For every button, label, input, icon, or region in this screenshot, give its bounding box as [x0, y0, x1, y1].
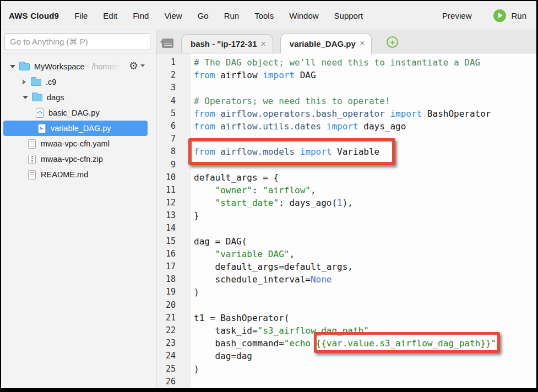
- file-tree: MyWorkspace- /home/e⚙.c9dagsbasic_DAG.py…: [1, 53, 156, 182]
- line-number: 1: [156, 56, 191, 69]
- goto-anything-area: [1, 30, 156, 53]
- cloud9-ide: AWS Cloud9 FileEditFindViewGoRunToolsWin…: [1, 1, 536, 388]
- tab-bash-ip-172-31[interactable]: bash - "ip-172-31×: [181, 34, 273, 53]
- tree-item-label: basic_DAG.py: [48, 108, 100, 117]
- code-text: dag=dag: [191, 350, 252, 362]
- tab-bar: bash - "ip-172-31×variable_DAG.py× +: [156, 30, 536, 53]
- tab-list-icon[interactable]: [162, 39, 173, 48]
- code-line-10: 10default_args = {: [156, 171, 536, 184]
- folder-icon: [19, 63, 30, 70]
- line-number: 26: [156, 375, 191, 388]
- code-line-14: 14: [156, 222, 536, 235]
- expand-caret-icon[interactable]: [10, 65, 15, 68]
- code-line-4: 4# Operators; we need this to operate!: [156, 95, 536, 107]
- line-number: 8: [156, 145, 191, 158]
- tree-item-label: MyWorkspace: [34, 62, 85, 71]
- tree-item-mwaa-vpc-cfn.zip[interactable]: mwaa-vpc-cfn.zip: [1, 151, 156, 167]
- code-line-12: 12 "start_date": days_ago(1),: [156, 197, 536, 209]
- code-text: }: [191, 209, 199, 222]
- code-text: task_id="s3_airflow_dag_path": [191, 324, 369, 337]
- menu-run[interactable]: Run: [224, 11, 240, 20]
- tab-close-icon[interactable]: ×: [260, 39, 265, 49]
- tree-item-label: .c9: [46, 78, 56, 86]
- code-text: default_args=default_args,: [191, 260, 353, 273]
- line-number: 10: [156, 171, 191, 184]
- tree-item-label: dags: [47, 93, 64, 102]
- menu-bar: AWS Cloud9 FileEditFindViewGoRunToolsWin…: [1, 1, 536, 30]
- code-line-1: 1# The DAG object; we'll need this to in…: [156, 56, 536, 69]
- code-text: "owner": "airflow",: [191, 184, 316, 197]
- menu-window[interactable]: Window: [289, 11, 318, 20]
- line-number: 6: [156, 120, 191, 133]
- line-number: 2: [156, 69, 191, 81]
- code-line-17: 17 default_args=default_args,: [156, 260, 536, 273]
- line-number: 22: [156, 324, 191, 337]
- tab-label: variable_DAG.py: [290, 39, 356, 48]
- code-text: t1 = BashOperator(: [191, 312, 289, 324]
- code-text: from airflow.models import Variable: [191, 145, 379, 158]
- code-text: bash_command="echo {{var.value.s3_airflo…: [191, 337, 502, 350]
- line-number: 9: [156, 159, 191, 171]
- line-number: 19: [156, 286, 191, 298]
- tree-item-path: - /home/e: [87, 62, 121, 71]
- menu-edit[interactable]: Edit: [103, 11, 117, 20]
- app-logo: AWS Cloud9: [9, 11, 59, 20]
- code-line-26: 26: [156, 375, 536, 388]
- new-tab-button[interactable]: +: [387, 36, 398, 48]
- tree-item-.c9[interactable]: .c9: [1, 74, 156, 90]
- code-file-icon: [36, 108, 44, 118]
- tab-close-icon[interactable]: ×: [360, 39, 365, 48]
- code-line-21: 21t1 = BashOperator(: [156, 312, 536, 324]
- tree-item-variable_dag.py[interactable]: variable_DAG.py: [3, 121, 148, 136]
- menu-items: FileEditFindViewGoRunToolsWindowSupport: [74, 11, 378, 20]
- file-tree-panel: MyWorkspace- /home/e⚙.c9dagsbasic_DAG.py…: [1, 30, 156, 388]
- line-number: 15: [156, 235, 191, 248]
- code-line-9: 9: [156, 159, 536, 171]
- code-lines: 1# The DAG object; we'll need this to in…: [156, 53, 536, 388]
- collapse-caret-icon[interactable]: [23, 79, 26, 85]
- tree-item-dags[interactable]: dags: [1, 90, 156, 105]
- tree-item-label: README.md: [41, 170, 88, 179]
- line-number: 23: [156, 337, 191, 350]
- code-line-7: 7: [156, 133, 536, 145]
- settings-menu-button[interactable]: ⚙: [129, 61, 145, 71]
- menu-find[interactable]: Find: [133, 11, 149, 20]
- code-text: schedule_interval=None: [191, 273, 332, 286]
- code-text: ): [191, 286, 199, 298]
- menu-tools[interactable]: Tools: [254, 11, 274, 20]
- code-line-11: 11 "owner": "airflow",: [156, 184, 536, 197]
- gear-icon: ⚙: [129, 61, 138, 71]
- run-button-label: Run: [511, 11, 526, 20]
- menu-go[interactable]: Go: [198, 11, 209, 20]
- menu-view[interactable]: View: [164, 11, 182, 20]
- tree-item-basic_dag.py[interactable]: basic_DAG.py: [1, 105, 156, 121]
- tree-item-mwaa-vpc-cfn.yaml[interactable]: mwaa-vpc-cfn.yaml: [1, 136, 156, 151]
- run-button[interactable]: Run: [493, 9, 526, 22]
- expand-caret-icon[interactable]: [23, 96, 28, 99]
- code-line-24: 24 dag=dag: [156, 350, 536, 362]
- code-line-20: 20: [156, 299, 536, 312]
- code-line-5: 5from airflow.operators.bash_operator im…: [156, 107, 536, 120]
- code-file-icon: [38, 124, 46, 133]
- menu-file[interactable]: File: [74, 11, 88, 20]
- tree-item-readme.md[interactable]: README.md: [1, 167, 156, 182]
- code-text: # Operators; we need this to operate!: [191, 95, 390, 107]
- code-line-23: 23 bash_command="echo {{var.value.s3_air…: [156, 337, 536, 350]
- run-play-icon[interactable]: [493, 9, 506, 22]
- folder-icon: [31, 79, 41, 86]
- line-number: 13: [156, 209, 191, 222]
- goto-anything-input[interactable]: [4, 33, 150, 50]
- tab-variable_dag.py[interactable]: variable_DAG.py×: [280, 33, 372, 53]
- line-number: 7: [156, 133, 191, 145]
- line-number: 21: [156, 312, 191, 324]
- code-text: # The DAG object; we'll need this to ins…: [191, 56, 480, 69]
- menu-support[interactable]: Support: [334, 11, 363, 20]
- code-line-15: 15dag = DAG(: [156, 235, 536, 248]
- text-file-icon: [28, 170, 36, 179]
- preview-button[interactable]: Preview: [442, 11, 471, 20]
- zip-file-icon: [28, 155, 36, 164]
- code-line-2: 2from airflow import DAG: [156, 69, 536, 81]
- code-line-13: 13}: [156, 209, 536, 222]
- tree-item-myworkspace[interactable]: MyWorkspace- /home/e⚙: [1, 59, 156, 74]
- editor[interactable]: 1# The DAG object; we'll need this to in…: [156, 53, 536, 388]
